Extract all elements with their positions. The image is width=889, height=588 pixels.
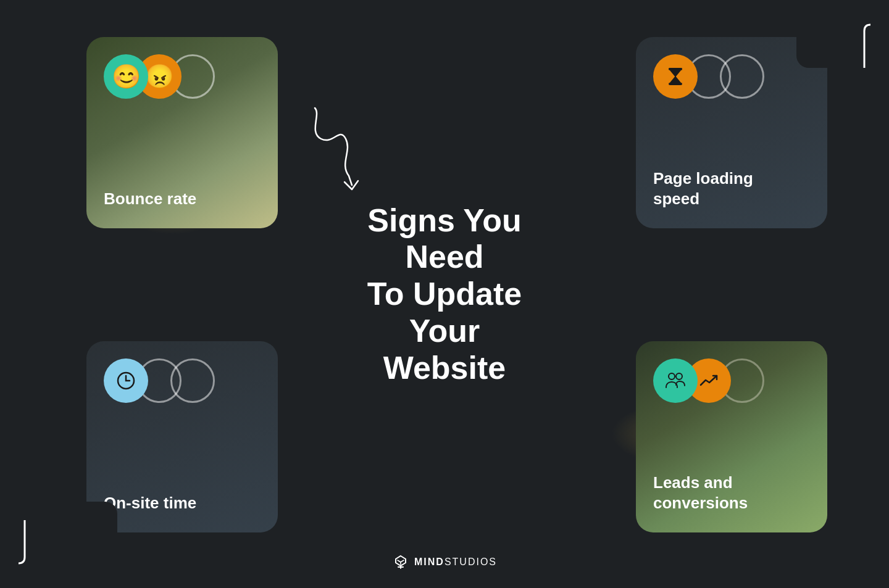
angry-emoji-icon: 😠	[145, 63, 174, 90]
page-speed-label: Page loading speed	[653, 168, 810, 209]
page-speed-icons	[653, 54, 810, 99]
clock-circle	[104, 358, 148, 403]
leads-conversions-card: Leads and conversions	[636, 341, 827, 532]
page-container: 😊 😠 Bounce rate	[0, 0, 889, 588]
happy-emoji-icon: 😊	[112, 63, 141, 90]
svg-point-4	[669, 373, 675, 379]
corner-decoration-tr	[821, 19, 870, 68]
leads-label: Leads and conversions	[653, 473, 810, 513]
leads-icons	[653, 358, 810, 403]
happy-emoji-circle: 😊	[104, 54, 148, 99]
bounce-rate-card: 😊 😠 Bounce rate	[86, 37, 278, 228]
hourglass-svg-icon	[662, 64, 688, 89]
mind-studios-logo-icon	[392, 553, 409, 571]
arrow-decoration	[303, 96, 395, 201]
onsite-time-label: On-site time	[104, 493, 261, 513]
bounce-rate-label: Bounce rate	[104, 189, 261, 209]
logo-text: MINDSTUDIOS	[414, 557, 497, 568]
main-title: Signs You Need To Update Your Website	[333, 202, 556, 386]
corner-decoration-bl	[19, 520, 68, 569]
clock-svg-icon	[113, 368, 139, 394]
chart-svg-icon	[696, 368, 722, 394]
onsite-time-card: On-site time	[86, 341, 278, 532]
svg-rect-2	[669, 68, 682, 70]
people-svg-icon	[662, 368, 688, 394]
mindstudios-logo: MINDSTUDIOS	[392, 553, 497, 571]
onsite-time-icons	[104, 358, 261, 403]
svg-point-5	[676, 373, 682, 379]
bounce-rate-icons: 😊 😠	[104, 54, 261, 99]
svg-rect-1	[669, 83, 682, 85]
page-speed-card: Page loading speed	[636, 37, 827, 228]
center-heading: Signs You Need To Update Your Website	[333, 202, 556, 386]
people-circle	[653, 358, 698, 403]
hourglass-circle	[653, 54, 698, 99]
